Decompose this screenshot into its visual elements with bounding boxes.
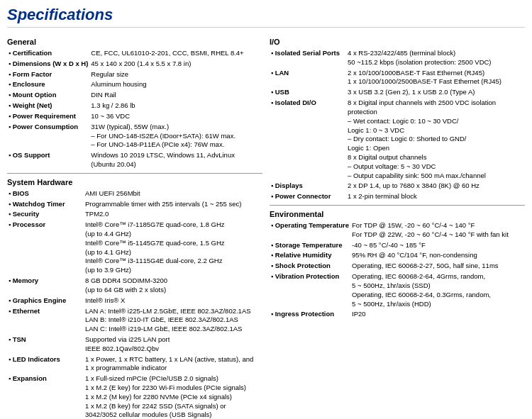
left-column: General CertificationCE, FCC, UL61010-2-… xyxy=(7,33,262,419)
spec-value: 2 x 10/100/1000BASE-T Fast Ethernet (RJ4… xyxy=(346,68,525,88)
spec-label: Operating Temperature xyxy=(270,220,350,240)
table-row: EthernetLAN A: Intel® i225-LM 2.5GbE, IE… xyxy=(7,306,262,335)
table-row: Graphics EngineIntel® Iris® X xyxy=(7,296,262,306)
spec-label: Form Factor xyxy=(7,69,89,80)
spec-value: 8 x Digital input channels with 2500 VDC… xyxy=(346,98,525,181)
spec-value: 2 x DP 1.4, up to 7680 x 3840 (8K) @ 60 … xyxy=(346,181,525,191)
spec-value: AMI UEFI 256Mbit xyxy=(84,189,262,199)
spec-value: Regular size xyxy=(89,69,262,80)
io-heading: I/O xyxy=(270,38,525,46)
page-title: Specifications xyxy=(7,6,525,28)
spec-label: Isolated DI/O xyxy=(270,98,346,181)
table-row: Mount OptionDIN Rail xyxy=(7,90,262,101)
spec-value: 1 x Power, 1 x RTC battery, 1 x LAN (act… xyxy=(84,354,262,374)
spec-label: Relative Humidity xyxy=(270,250,350,261)
spec-value: Aluminum housing xyxy=(89,79,262,90)
table-row: Power Requirement10 ~ 36 VDC xyxy=(7,111,262,122)
spec-value: For TDP @ 15W, -20 ~ 60 °C/-4 ~ 140 °FFo… xyxy=(350,220,525,240)
spec-label: Expansion xyxy=(7,374,84,419)
table-row: LED Indicators1 x Power, 1 x RTC battery… xyxy=(7,354,262,374)
table-row: CertificationCE, FCC, UL61010-2-201, CCC… xyxy=(7,48,262,59)
table-row: OS SupportWindows 10 2019 LTSC, Windows … xyxy=(7,150,262,170)
table-row: Vibration ProtectionOperating, IEC 60068… xyxy=(270,272,525,309)
table-row: Watchdog TimerProgrammable timer with 25… xyxy=(7,199,262,210)
table-row: Isolated Serial Ports4 x RS-232/422/485 … xyxy=(270,48,525,68)
spec-label: Graphics Engine xyxy=(7,296,84,306)
spec-label: LED Indicators xyxy=(7,354,84,374)
spec-label: Ingress Protection xyxy=(270,309,350,320)
table-row: BIOSAMI UEFI 256Mbit xyxy=(7,189,262,199)
columns: General CertificationCE, FCC, UL61010-2-… xyxy=(7,33,525,419)
spec-value: 31W (typical), 55W (max.)– For UNO-148-I… xyxy=(89,122,262,150)
system-heading: System Hardware xyxy=(7,178,262,186)
table-row: Storage Temperature-40 ~ 85 °C/-40 ~ 185… xyxy=(270,240,525,251)
spec-label: Processor xyxy=(7,220,84,276)
spec-label: Mount Option xyxy=(7,90,89,101)
spec-value: -40 ~ 85 °C/-40 ~ 185 °F xyxy=(350,240,525,251)
spec-label: LAN xyxy=(270,68,346,88)
table-row: LAN2 x 10/100/1000BASE-T Fast Ethernet (… xyxy=(270,68,525,88)
environmental-table: Operating TemperatureFor TDP @ 15W, -20 … xyxy=(270,220,525,320)
spec-value: CE, FCC, UL61010-2-201, CCC, BSMI, RHEL … xyxy=(89,48,262,59)
environmental-heading: Environmental xyxy=(270,210,525,218)
spec-label: BIOS xyxy=(7,189,84,199)
spec-value: Operating, IEC 60068-2-27, 50G, half sin… xyxy=(350,261,525,272)
table-row: Power Consumption31W (typical), 55W (max… xyxy=(7,122,262,150)
table-row: SecurityTPM2.0 xyxy=(7,209,262,220)
spec-label: Displays xyxy=(270,181,346,191)
spec-label: Isolated Serial Ports xyxy=(270,48,346,68)
table-row: Dimensions (W x D x H)45 x 140 x 200 (1.… xyxy=(7,59,262,69)
table-row: Form FactorRegular size xyxy=(7,69,262,80)
spec-value: Supported via i225 LAN portIEEE 802.1Qav… xyxy=(84,335,262,354)
spec-value: LAN A: Intel® i225-LM 2.5GbE, IEEE 802.3… xyxy=(84,306,262,335)
spec-label: TSN xyxy=(7,335,84,354)
spec-value: 95% RH @ 40 °C/104 °F, non-condensing xyxy=(350,250,525,261)
spec-label: Storage Temperature xyxy=(270,240,350,251)
spec-label: USB xyxy=(270,87,346,98)
spec-label: Ethernet xyxy=(7,306,84,335)
spec-value: Intel® Core™ i7-1185G7E quad-core, 1.8 G… xyxy=(84,220,262,276)
general-heading: General xyxy=(7,38,262,46)
spec-value: 10 ~ 36 VDC xyxy=(89,111,262,122)
table-row: Memory8 GB DDR4 SODIMM-3200(up to 64 GB … xyxy=(7,276,262,296)
table-row: Displays2 x DP 1.4, up to 7680 x 3840 (8… xyxy=(270,181,525,191)
table-row: Isolated DI/O8 x Digital input channels … xyxy=(270,98,525,181)
spec-value: IP20 xyxy=(350,309,525,320)
spec-value: 1 x Full-sized mPCIe (PCIe/USB 2.0 signa… xyxy=(84,374,262,419)
spec-value: Windows 10 2019 LTSC, Windows 11, AdvLin… xyxy=(89,150,262,170)
right-column: I/O Isolated Serial Ports4 x RS-232/422/… xyxy=(270,33,525,419)
spec-value: 1.3 kg / 2.86 lb xyxy=(89,101,262,111)
table-row: Shock ProtectionOperating, IEC 60068-2-2… xyxy=(270,261,525,272)
spec-value: 4 x RS-232/422/485 (terminal block)50 ~1… xyxy=(346,48,525,68)
table-row: Power Connector1 x 2-pin terminal block xyxy=(270,191,525,202)
general-table: CertificationCE, FCC, UL61010-2-201, CCC… xyxy=(7,48,262,170)
table-row: Expansion1 x Full-sized mPCIe (PCIe/USB … xyxy=(7,374,262,419)
spec-label: Vibration Protection xyxy=(270,272,350,309)
spec-label: Weight (Net) xyxy=(7,101,89,111)
spec-label: Watchdog Timer xyxy=(7,199,84,210)
main-container: Specifications General CertificationCE, … xyxy=(0,0,532,419)
spec-value: Programmable timer with 255 intervals (1… xyxy=(84,199,262,210)
table-row: EnclosureAluminum housing xyxy=(7,79,262,90)
table-row: TSNSupported via i225 LAN portIEEE 802.1… xyxy=(7,335,262,354)
spec-value: TPM2.0 xyxy=(84,209,262,220)
spec-label: Enclosure xyxy=(7,79,89,90)
spec-label: OS Support xyxy=(7,150,89,170)
spec-label: Power Consumption xyxy=(7,122,89,150)
table-row: ProcessorIntel® Core™ i7-1185G7E quad-co… xyxy=(7,220,262,276)
table-row: Operating TemperatureFor TDP @ 15W, -20 … xyxy=(270,220,525,240)
spec-label: Power Connector xyxy=(270,191,346,202)
spec-label: Security xyxy=(7,209,84,220)
system-table: BIOSAMI UEFI 256MbitWatchdog TimerProgra… xyxy=(7,189,262,419)
spec-value: 45 x 140 x 200 (1.4 x 5.5 x 7.8 in) xyxy=(89,59,262,69)
spec-label: Shock Protection xyxy=(270,261,350,272)
spec-value: Intel® Iris® X xyxy=(84,296,262,306)
spec-value: 1 x 2-pin terminal block xyxy=(346,191,525,202)
spec-label: Power Requirement xyxy=(7,111,89,122)
spec-label: Memory xyxy=(7,276,84,296)
table-row: Ingress ProtectionIP20 xyxy=(270,309,525,320)
table-row: Relative Humidity95% RH @ 40 °C/104 °F, … xyxy=(270,250,525,261)
table-row: USB3 x USB 3.2 (Gen 2), 1 x USB 2.0 (Typ… xyxy=(270,87,525,98)
table-row: Weight (Net)1.3 kg / 2.86 lb xyxy=(7,101,262,111)
spec-value: 8 GB DDR4 SODIMM-3200(up to 64 GB with 2… xyxy=(84,276,262,296)
